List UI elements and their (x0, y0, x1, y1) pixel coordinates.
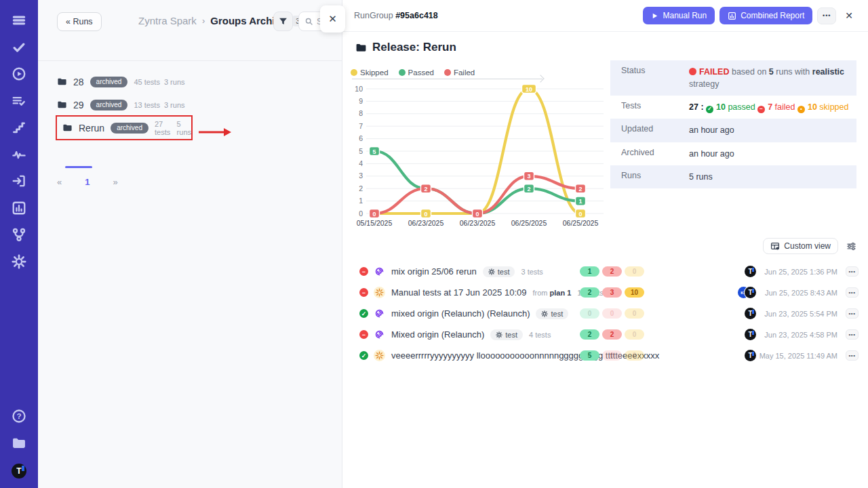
ellipsis-icon: ••• (823, 12, 831, 19)
passed-status-icon: ✓ (359, 351, 368, 360)
info-row-archived: Archivedan hour ago (610, 142, 856, 165)
filter-button[interactable] (273, 12, 293, 31)
svg-text:06/23/2025: 06/23/2025 (460, 219, 496, 227)
pagination-prev[interactable]: « (53, 176, 66, 188)
run-title[interactable]: Manual tests at 17 Jun 2025 10:09 (391, 287, 526, 298)
sidebar-activity-icon[interactable] (8, 144, 30, 165)
failed-status-icon: − (359, 288, 368, 297)
group-tests-count: 45 tests (134, 78, 160, 86)
bar-chart-icon (728, 12, 736, 20)
run-more-button[interactable]: ••• (846, 287, 859, 298)
svg-text:1: 1 (578, 198, 582, 205)
manual-run-button[interactable]: Manual Run (643, 7, 715, 24)
run-date: Jun 25, 2025 8:43 AM (765, 289, 837, 297)
run-row-2[interactable]: −Manual tests at 17 Jun 2025 10:09from p… (342, 282, 868, 303)
svg-text:10: 10 (526, 86, 532, 93)
pagination-page-1[interactable]: 1 (81, 176, 94, 188)
legend-label: Failed (454, 68, 475, 77)
sidebar-branch-icon[interactable] (8, 224, 30, 245)
run-more-button[interactable]: ••• (846, 308, 859, 319)
group-name[interactable]: 28 (73, 77, 84, 87)
svg-text:5: 5 (372, 148, 376, 155)
group-row-29[interactable]: 29archived13 tests3 runs (57, 94, 281, 116)
panel-close-button[interactable]: ✕ (320, 5, 345, 33)
run-more-button[interactable]: ••• (846, 329, 859, 340)
filters-sliders-icon[interactable] (846, 241, 856, 251)
legend-item-failed[interactable]: Failed (444, 68, 475, 77)
run-tests-count: 4 tests (529, 331, 551, 339)
svg-text:3: 3 (359, 171, 363, 180)
info-row-runs: Runs5 runs (610, 165, 856, 188)
group-row-rerun[interactable]: Rerunarchived27 tests5 runs (57, 117, 191, 139)
info-value: an hour ago (689, 124, 856, 136)
automated-run-icon (374, 266, 385, 277)
svg-text:9: 9 (359, 97, 363, 105)
info-label: Tests (621, 101, 689, 113)
breadcrumb-separator: › (202, 16, 205, 26)
detail-close-button[interactable]: ✕ (841, 9, 857, 22)
info-row-tests: Tests27 : ✓10 passed −7 failed •10 skipp… (610, 96, 856, 119)
sidebar-list-check-icon[interactable] (8, 90, 30, 112)
user-avatar[interactable]: T (12, 464, 26, 479)
groups-panel: « Runs Zyntra Spark › Groups Archive 3 S… (38, 0, 342, 488)
skipped-count-pill: 0 (625, 350, 644, 361)
group-name[interactable]: 29 (73, 100, 84, 110)
run-avatars: T (745, 266, 756, 277)
run-avatars: KET (738, 287, 756, 298)
run-title[interactable]: mixed origin (Relaunch) (Relaunch) (391, 308, 530, 319)
run-date: Jun 25, 2025 1:36 PM (764, 268, 837, 276)
more-actions-button[interactable]: ••• (817, 7, 836, 24)
skipped-count-pill: 10 (625, 287, 644, 298)
run-more-button[interactable]: ••• (846, 350, 859, 361)
automated-run-icon (374, 329, 385, 340)
sidebar-play-circle-icon[interactable] (8, 63, 30, 85)
svg-text:10: 10 (355, 85, 363, 93)
sidebar-menu-icon[interactable] (8, 9, 30, 31)
legend-item-skipped[interactable]: Skipped (351, 68, 389, 77)
avatar: T (745, 287, 756, 298)
run-row-3[interactable]: ✓mixed origin (Relaunch) (Relaunch)test0… (342, 303, 868, 324)
legend-dot (444, 69, 451, 76)
group-name[interactable]: Rerun (79, 123, 104, 134)
pagination-next[interactable]: » (108, 176, 121, 188)
run-title[interactable]: mix origin 25/06 rerun (391, 266, 477, 277)
combined-report-button[interactable]: Combined Report (719, 7, 812, 24)
info-row-updated: Updatedan hour ago (610, 119, 856, 142)
group-row-28[interactable]: 28archived45 tests3 runs (57, 70, 281, 93)
passed-count-pill: 2 (580, 287, 599, 298)
sidebar-folder-icon[interactable] (8, 432, 30, 454)
svg-text:0: 0 (475, 211, 479, 218)
groups-panel-header: « Runs Zyntra Spark › Groups Archive 3 S… (38, 0, 342, 61)
legend-item-passed[interactable]: Passed (399, 68, 434, 77)
run-avatars: T (745, 350, 756, 361)
failed-status-icon: − (359, 330, 368, 339)
failed-count-pill: 3 (602, 287, 622, 298)
sidebar-steps-icon[interactable] (8, 117, 30, 138)
table-settings-icon (770, 241, 780, 251)
run-title[interactable]: Mixed origin (Relaunch) (391, 329, 484, 340)
svg-text:05/15/2025: 05/15/2025 (357, 219, 393, 227)
run-date: May 15, 2025 11:49 AM (760, 352, 837, 360)
sidebar-import-icon[interactable] (8, 170, 30, 192)
back-to-runs-button[interactable]: « Runs (57, 12, 102, 31)
result-pills: 120 (580, 266, 644, 277)
result-pills: 500 (580, 350, 644, 361)
run-row-1[interactable]: −mix origin 25/06 reruntest3 tests120TJu… (342, 261, 868, 282)
run-row-4[interactable]: −Mixed origin (Relaunch)test4 tests220TJ… (342, 324, 868, 345)
run-more-button[interactable]: ••• (846, 266, 859, 277)
svg-text:0: 0 (424, 211, 427, 218)
sidebar-help-icon[interactable]: ? (8, 405, 30, 427)
sidebar-gear-icon[interactable] (8, 251, 30, 272)
failed-count-pill: 2 (602, 329, 622, 340)
sidebar-report-icon[interactable] (8, 197, 30, 219)
breadcrumb-project[interactable]: Zyntra Spark (138, 15, 197, 26)
result-pills: 000 (580, 308, 644, 319)
passed-status-icon: ✓ (359, 309, 368, 318)
run-date: Jun 23, 2025 5:54 PM (764, 310, 837, 318)
group-runs-count: 5 runs (177, 120, 191, 136)
info-value: 27 : ✓10 passed −7 failed •10 skipped (689, 101, 856, 113)
custom-view-button[interactable]: Custom view (763, 238, 838, 254)
legend-label: Skipped (360, 68, 389, 77)
run-row-5[interactable]: ✓veeeerrrrryyyyyyyyyy llooooooooooonnnnn… (342, 345, 868, 366)
sidebar-check-icon[interactable] (8, 37, 30, 58)
